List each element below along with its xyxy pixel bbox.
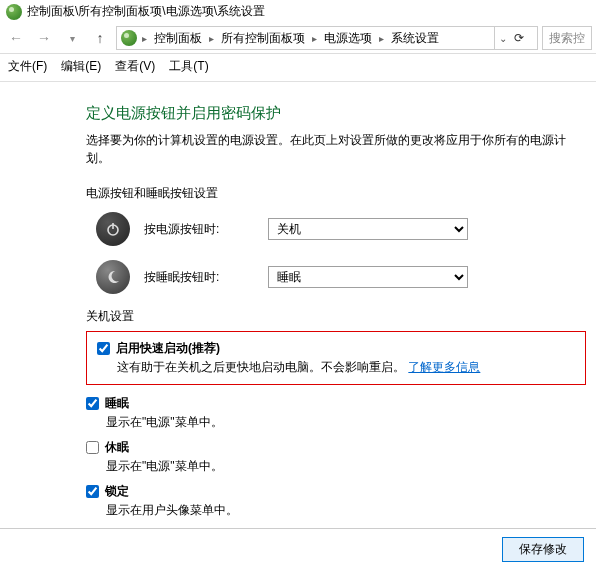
breadcrumb-item[interactable]: 系统设置 — [389, 30, 441, 47]
sleep-sub: 显示在"电源"菜单中。 — [106, 414, 586, 431]
chevron-down-icon[interactable]: ⌄ — [499, 33, 507, 44]
lock-sub: 显示在用户头像菜单中。 — [106, 502, 586, 519]
breadcrumb-item[interactable]: 电源选项 — [322, 30, 374, 47]
refresh-icon[interactable]: ⟳ — [509, 31, 529, 45]
sleep-checkbox[interactable] — [86, 397, 99, 410]
power-button-select[interactable]: 关机 — [268, 218, 468, 240]
window-titlebar: 控制面板\所有控制面板项\电源选项\系统设置 — [0, 0, 596, 23]
search-placeholder: 搜索控 — [549, 30, 585, 47]
main-content: 定义电源按钮并启用密码保护 选择要为你的计算机设置的电源设置。在此页上对设置所做… — [0, 82, 596, 537]
sleep-button-label: 按睡眠按钮时: — [144, 269, 254, 286]
power-icon — [96, 212, 130, 246]
page-description: 选择要为你的计算机设置的电源设置。在此页上对设置所做的更改将应用于你所有的电源计… — [86, 131, 586, 167]
search-input[interactable]: 搜索控 — [542, 26, 592, 50]
control-panel-icon — [6, 4, 22, 20]
fast-startup-title: 启用快速启动(推荐) — [116, 340, 220, 357]
hibernate-title: 休眠 — [105, 439, 129, 456]
power-button-label: 按电源按钮时: — [144, 221, 254, 238]
fast-startup-sub: 这有助于在关机之后更快地启动电脑。不会影响重启。 了解更多信息 — [117, 359, 575, 376]
section-shutdown-label: 关机设置 — [86, 308, 586, 325]
sleep-button-select[interactable]: 睡眠 — [268, 266, 468, 288]
breadcrumb-item[interactable]: 所有控制面板项 — [219, 30, 307, 47]
menu-file[interactable]: 文件(F) — [8, 58, 47, 75]
highlighted-setting: 启用快速启动(推荐) 这有助于在关机之后更快地启动电脑。不会影响重启。 了解更多… — [86, 331, 586, 385]
sleep-title: 睡眠 — [105, 395, 129, 412]
menu-view[interactable]: 查看(V) — [115, 58, 155, 75]
up-button[interactable]: ↑ — [88, 26, 112, 50]
chevron-right-icon: ▸ — [139, 33, 150, 44]
hibernate-sub: 显示在"电源"菜单中。 — [106, 458, 586, 475]
recent-dropdown[interactable]: ▾ — [60, 26, 84, 50]
window-title: 控制面板\所有控制面板项\电源选项\系统设置 — [27, 3, 265, 20]
footer-bar: 保存修改 — [0, 528, 596, 570]
forward-button[interactable]: → — [32, 26, 56, 50]
sleep-button-row: 按睡眠按钮时: 睡眠 — [96, 260, 586, 294]
menu-bar: 文件(F) 编辑(E) 查看(V) 工具(T) — [0, 54, 596, 82]
fast-startup-checkbox[interactable] — [97, 342, 110, 355]
breadcrumb-item[interactable]: 控制面板 — [152, 30, 204, 47]
learn-more-link[interactable]: 了解更多信息 — [408, 360, 480, 374]
page-heading: 定义电源按钮并启用密码保护 — [86, 104, 586, 123]
lock-checkbox[interactable] — [86, 485, 99, 498]
section-power-buttons-label: 电源按钮和睡眠按钮设置 — [86, 185, 586, 202]
power-button-row: 按电源按钮时: 关机 — [96, 212, 586, 246]
menu-edit[interactable]: 编辑(E) — [61, 58, 101, 75]
hibernate-checkbox[interactable] — [86, 441, 99, 454]
save-button[interactable]: 保存修改 — [502, 537, 584, 562]
nav-bar: ← → ▾ ↑ ▸ 控制面板 ▸ 所有控制面板项 ▸ 电源选项 ▸ 系统设置 ⌄… — [0, 23, 596, 54]
menu-tools[interactable]: 工具(T) — [169, 58, 208, 75]
chevron-right-icon: ▸ — [376, 33, 387, 44]
chevron-right-icon: ▸ — [206, 33, 217, 44]
chevron-right-icon: ▸ — [309, 33, 320, 44]
lock-title: 锁定 — [105, 483, 129, 500]
sleep-icon — [96, 260, 130, 294]
back-button[interactable]: ← — [4, 26, 28, 50]
control-panel-icon — [121, 30, 137, 46]
breadcrumb[interactable]: ▸ 控制面板 ▸ 所有控制面板项 ▸ 电源选项 ▸ 系统设置 ⌄ ⟳ — [116, 26, 538, 50]
